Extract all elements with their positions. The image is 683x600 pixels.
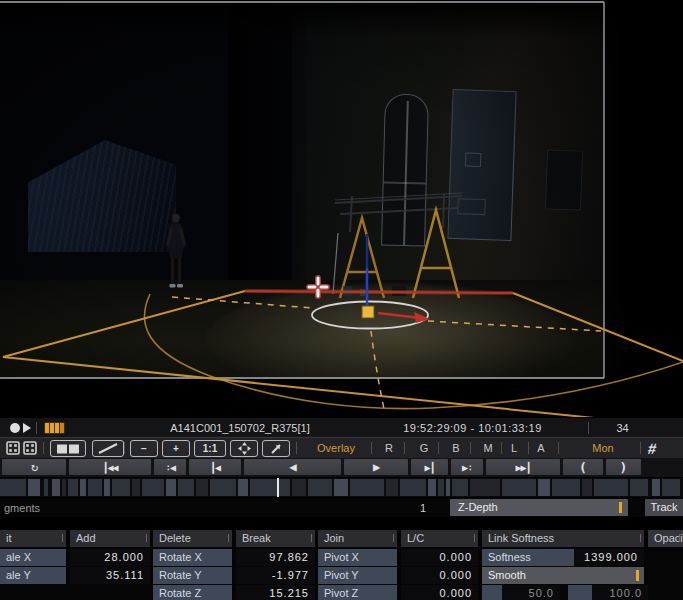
timeline-segment[interactable]: [308, 479, 332, 496]
channel-red-button[interactable]: R: [381, 438, 397, 459]
param-scale-y-label[interactable]: ale Y: [0, 567, 66, 584]
param-pivot-x-label[interactable]: Pivot X: [318, 549, 397, 566]
timeline-segment[interactable]: [112, 479, 130, 496]
image-viewport[interactable]: [0, 0, 683, 417]
timeline-segment[interactable]: [662, 479, 680, 496]
timeline-segment[interactable]: [502, 479, 536, 496]
film-gate-icon[interactable]: [6, 441, 20, 455]
param-pivot-z-value[interactable]: 0.000: [401, 585, 478, 600]
transport-mark-out-button[interactable]: ): [606, 459, 641, 475]
clip-name[interactable]: A141C001_150702_R375[1]: [130, 418, 350, 438]
timeline-segment[interactable]: [104, 479, 110, 496]
param-rotate-z-label[interactable]: Rotate Z: [153, 585, 232, 600]
timeline-segment[interactable]: [470, 479, 500, 496]
timeline-segment[interactable]: [452, 479, 468, 496]
timeline-segment[interactable]: [400, 479, 426, 496]
timeline-segment[interactable]: [582, 479, 592, 496]
fit-view-button[interactable]: [230, 440, 258, 457]
cache-status-icon[interactable]: [44, 422, 65, 434]
channel-blue-button[interactable]: B: [448, 438, 464, 459]
softness-max-value[interactable]: 100.0: [592, 585, 648, 600]
monitor-button[interactable]: Mon: [588, 438, 618, 458]
transport-go-to-start-button[interactable]: ┃◀◀: [69, 459, 151, 475]
track-button[interactable]: Track: [645, 499, 683, 516]
timeline-segment[interactable]: [68, 479, 78, 496]
film-gate-icon[interactable]: [23, 441, 37, 455]
transport-next-keyframe-button[interactable]: ▶∶: [451, 459, 483, 475]
param-rotate-x-label[interactable]: Rotate X: [153, 549, 232, 566]
timeline-segment[interactable]: [52, 479, 60, 496]
transport-previous-frame-button[interactable]: ┃◀: [189, 459, 241, 475]
channel-alpha-button[interactable]: A: [533, 438, 549, 459]
timeline-segment[interactable]: [438, 479, 444, 496]
one-to-one-zoom-button[interactable]: 1:1: [194, 440, 226, 457]
timeline-segment[interactable]: [552, 479, 580, 496]
softness-min-value[interactable]: 50.0: [502, 585, 560, 600]
param-rotate-x-value[interactable]: 97.862: [236, 549, 315, 566]
timeline-segment[interactable]: [166, 479, 176, 496]
zoom-out-button[interactable]: −: [130, 440, 158, 457]
timecode-range[interactable]: 19:52:29:09 - 10:01:33:19: [380, 418, 565, 438]
timeline-segment[interactable]: [238, 479, 248, 496]
grid-overlay-icon[interactable]: #: [647, 438, 670, 459]
param-scale-x-label[interactable]: ale X: [0, 549, 66, 566]
timeline-segment[interactable]: [178, 479, 194, 496]
timeline-segment[interactable]: [334, 479, 348, 496]
header-join[interactable]: Join: [318, 530, 397, 547]
transport-mark-in-button[interactable]: (: [563, 459, 603, 475]
transport-play-reverse-button[interactable]: ◀: [244, 459, 341, 475]
zdepth-channel-button[interactable]: Z-Depth: [450, 499, 628, 516]
param-rotate-z-value[interactable]: 15.215: [236, 585, 315, 600]
transport-play-forward-button[interactable]: ▶: [344, 459, 408, 475]
header-opacity[interactable]: Opacity: [648, 530, 683, 547]
param-pivot-x-value[interactable]: 0.000: [401, 549, 478, 566]
param-softness-value[interactable]: 1399.000: [574, 549, 644, 566]
gmask-polygon[interactable]: [3, 291, 683, 417]
timeline-segment[interactable]: [538, 479, 550, 496]
timeline-segment[interactable]: [80, 479, 86, 496]
player-mode-icon[interactable]: [10, 423, 20, 433]
timeline-segment[interactable]: [292, 479, 306, 496]
timeline-segment[interactable]: [210, 479, 236, 496]
timeline-segment[interactable]: [652, 479, 660, 496]
param-rotate-y-label[interactable]: Rotate Y: [153, 567, 232, 584]
timeline-segment[interactable]: [132, 479, 140, 496]
param-pivot-y-label[interactable]: Pivot Y: [318, 567, 397, 584]
gmask-overlay-layer[interactable]: [0, 0, 683, 417]
dual-view-button[interactable]: [50, 440, 86, 457]
transport-loop-button[interactable]: ↻: [2, 459, 66, 475]
timeline-segment[interactable]: [0, 479, 26, 496]
timeline-segment[interactable]: [446, 479, 450, 496]
param-pivot-z-label[interactable]: Pivot Z: [318, 585, 397, 600]
header-delete[interactable]: Delete: [153, 530, 232, 547]
frame-counter[interactable]: 34: [600, 418, 645, 438]
timeline-segment[interactable]: [28, 479, 40, 496]
channel-green-button[interactable]: G: [416, 438, 432, 459]
transport-next-frame-button[interactable]: ▶┃: [411, 459, 448, 475]
param-rotate-y-value[interactable]: -1.977: [236, 567, 315, 584]
transport-previous-keyframe-button[interactable]: ∶◀: [154, 459, 186, 475]
timeline-segment[interactable]: [350, 479, 384, 496]
timeline-segment[interactable]: [386, 479, 398, 496]
timeline-segment[interactable]: [630, 479, 648, 496]
timeline-segment[interactable]: [594, 479, 628, 496]
timeline-segment[interactable]: [196, 479, 208, 496]
channel-matte-button[interactable]: M: [480, 438, 496, 459]
header-lc[interactable]: L/C: [401, 530, 478, 547]
timeline-segment[interactable]: [62, 479, 66, 496]
header-edit[interactable]: it: [0, 530, 66, 547]
header-break[interactable]: Break: [236, 530, 315, 547]
timeline-segment[interactable]: [428, 479, 436, 496]
channel-luma-button[interactable]: L: [506, 438, 522, 459]
zoom-in-button[interactable]: +: [162, 440, 190, 457]
smooth-button[interactable]: Smooth: [482, 567, 644, 584]
param-softness-label[interactable]: Softness: [482, 549, 574, 566]
param-scale-x-value[interactable]: 28.000: [70, 549, 150, 566]
timeline-segment[interactable]: [44, 479, 48, 496]
header-add[interactable]: Add: [70, 530, 150, 547]
header-link-softness[interactable]: Link Softness: [482, 530, 644, 547]
resize-view-button[interactable]: [262, 440, 290, 457]
timeline-strip[interactable]: [0, 478, 683, 497]
timeline-segment[interactable]: [142, 479, 164, 496]
timeline-segment[interactable]: [88, 479, 102, 496]
